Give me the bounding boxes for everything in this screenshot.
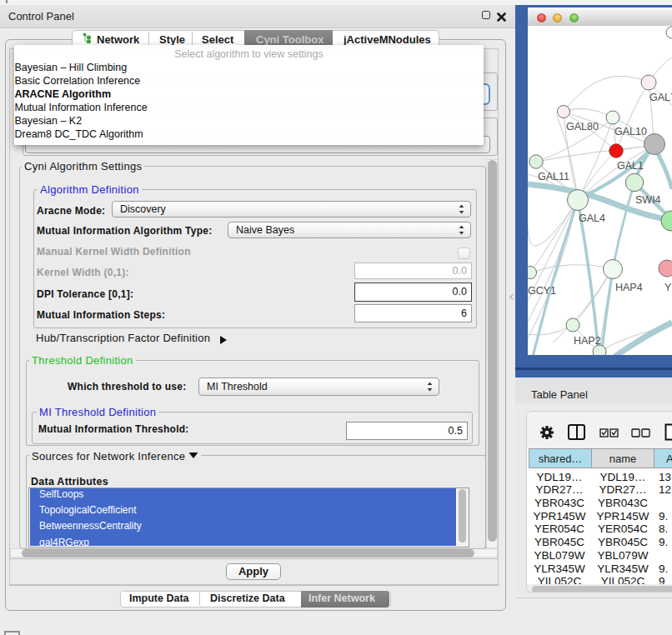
svg-text:GAL1: GAL1 — [617, 160, 644, 172]
svg-text:GAL10: GAL10 — [614, 126, 647, 138]
svg-text:GAL4: GAL4 — [579, 212, 605, 224]
svg-text:GAL7: GAL7 — [649, 92, 672, 103]
svg-text:Y: Y — [664, 282, 672, 293]
svg-text:SWI4: SWI4 — [635, 194, 661, 206]
svg-text:GCY1: GCY1 — [528, 285, 556, 297]
svg-text:HAP2: HAP2 — [574, 335, 601, 347]
svg-text:HAP4: HAP4 — [615, 282, 643, 293]
svg-text:GAL80: GAL80 — [566, 121, 599, 132]
svg-text:GAL11: GAL11 — [538, 171, 569, 182]
